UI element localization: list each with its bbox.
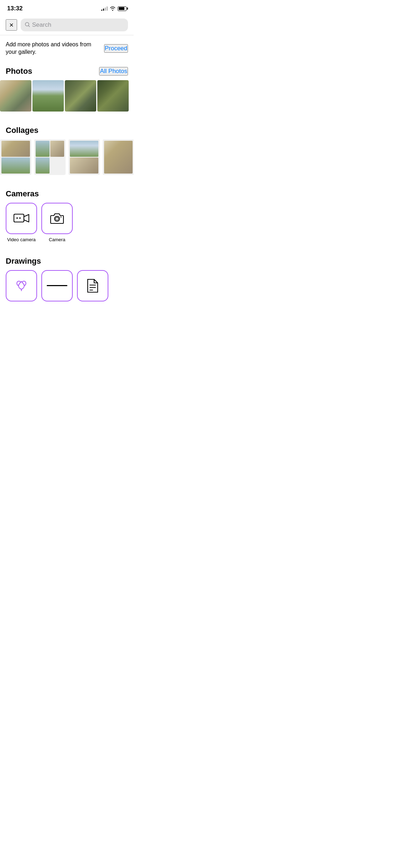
drawings-grid (6, 270, 128, 301)
camera-icon (50, 212, 65, 225)
drawings-title: Drawings (6, 257, 41, 266)
signal-icon (101, 6, 108, 11)
line-icon (47, 285, 68, 286)
cameras-grid: Video camera Camera (6, 203, 128, 242)
status-icons (101, 6, 127, 11)
video-camera-box[interactable] (6, 203, 37, 234)
collage-item[interactable] (34, 139, 66, 175)
video-camera-item: Video camera (6, 203, 37, 242)
svg-point-3 (16, 217, 18, 219)
drawing-file-box[interactable] (77, 270, 108, 301)
photos-strip (0, 80, 134, 112)
cameras-section-header: Cameras (6, 189, 128, 198)
all-photos-button[interactable]: All Photos (99, 67, 128, 76)
add-photos-row: Add more photos and videos from your gal… (0, 35, 134, 61)
photos-section-header: Photos All Photos (6, 67, 128, 76)
photos-section: Photos All Photos (0, 67, 134, 76)
photo-thumb[interactable] (65, 80, 96, 112)
svg-rect-7 (60, 217, 62, 217)
photo-thumb[interactable] (0, 80, 31, 112)
video-camera-icon (14, 212, 29, 225)
collages-section: Collages (0, 126, 134, 135)
close-button[interactable]: × (6, 19, 17, 31)
svg-line-1 (29, 26, 30, 27)
search-icon (25, 22, 30, 28)
camera-box[interactable] (41, 203, 73, 234)
status-time: 13:32 (7, 5, 22, 12)
wifi-icon (110, 6, 115, 11)
battery-icon (118, 6, 127, 11)
collage-item[interactable] (103, 139, 134, 175)
drawing-line-box[interactable] (41, 270, 73, 301)
add-photos-text: Add more photos and videos from your gal… (6, 41, 98, 56)
camera-item: Camera (41, 203, 73, 242)
photos-title: Photos (6, 67, 32, 76)
search-bar[interactable]: Search (21, 19, 128, 31)
cameras-section: Cameras Video camera (0, 189, 134, 242)
video-camera-label: Video camera (7, 237, 36, 242)
photo-thumb[interactable] (32, 80, 64, 112)
collages-section-header: Collages (6, 126, 128, 135)
drawing-crown-box[interactable] (6, 270, 37, 301)
proceed-button[interactable]: Proceed (104, 44, 128, 53)
svg-rect-2 (14, 214, 24, 222)
top-nav: × Search (0, 16, 134, 35)
cameras-title: Cameras (6, 189, 39, 198)
svg-point-5 (55, 216, 60, 221)
search-placeholder: Search (32, 21, 51, 29)
photo-thumb[interactable] (97, 80, 129, 112)
drawings-section-header: Drawings (6, 257, 128, 266)
drawings-section: Drawings (0, 257, 134, 301)
collages-title: Collages (6, 126, 38, 135)
svg-point-6 (56, 217, 58, 220)
collage-item[interactable] (68, 139, 100, 175)
status-bar: 13:32 (0, 0, 134, 16)
crown-icon (14, 278, 29, 294)
camera-label: Camera (49, 237, 65, 242)
collages-strip (0, 139, 134, 175)
collage-item[interactable] (0, 139, 31, 175)
svg-point-4 (19, 217, 21, 219)
file-icon (86, 278, 99, 294)
